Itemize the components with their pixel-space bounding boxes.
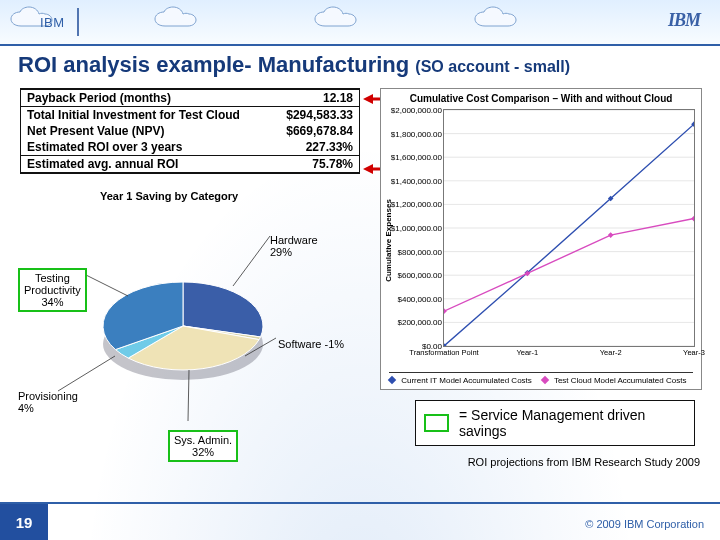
ytick: $400,000.00 — [398, 294, 445, 303]
pie-label-sysadmin: Sys. Admin. 32% — [168, 430, 238, 462]
xtick: Year-1 — [516, 346, 538, 357]
svg-rect-25 — [444, 308, 447, 314]
cloud-icon — [150, 6, 210, 30]
legend-swatch — [388, 376, 396, 384]
svg-rect-28 — [691, 216, 694, 222]
title-main: ROI analysis example- Manufacturing — [18, 52, 409, 77]
metrics-value: 12.18 — [323, 91, 353, 105]
metrics-label: Payback Period (months) — [27, 91, 171, 105]
metrics-row: Net Present Value (NPV)$669,678.84 — [21, 123, 359, 139]
brand-text: IBM — [40, 15, 65, 30]
slide: { "brand": {"text":"IBM","logo":"IBM"}, … — [0, 0, 720, 540]
svg-marker-1 — [363, 94, 373, 104]
metrics-value: 75.78% — [312, 157, 353, 171]
metrics-value: 227.33% — [306, 140, 353, 154]
metrics-row: Estimated avg. annual ROI75.78% — [21, 155, 359, 173]
ytick: $1,600,000.00 — [391, 153, 444, 162]
metrics-label: Estimated avg. annual ROI — [27, 157, 178, 171]
header-divider — [0, 44, 720, 46]
page-number: 19 — [0, 504, 48, 540]
cloud-icon — [470, 6, 530, 30]
slide-title: ROI analysis example- Manufacturing (SO … — [18, 52, 570, 78]
legend-item: Test Cloud Model Accumulated Costs — [542, 376, 687, 385]
legend-swatch — [541, 376, 549, 384]
copyright: © 2009 IBM Corporation — [585, 518, 704, 530]
metrics-label: Estimated ROI over 3 years — [27, 140, 182, 154]
svg-line-9 — [80, 272, 128, 296]
ytick: $800,000.00 — [398, 247, 445, 256]
ytick: $200,000.00 — [398, 318, 445, 327]
pie-label-software: Software -1% — [278, 338, 344, 350]
metrics-table: Payback Period (months)12.18Total Initia… — [20, 88, 360, 174]
metrics-label: Total Initial Investment for Test Cloud — [27, 108, 240, 122]
line-chart-title: Cumulative Cost Comparison – With and wi… — [381, 93, 701, 104]
ytick: $1,400,000.00 — [391, 176, 444, 185]
metrics-label: Net Present Value (NPV) — [27, 124, 164, 138]
service-mgmt-callout: = Service Management driven savings — [415, 400, 695, 446]
svg-line-8 — [58, 356, 115, 391]
xtick: Year-2 — [600, 346, 622, 357]
legend-item: Current IT Model Accumulated Costs — [389, 376, 532, 385]
xtick: Year-3 — [683, 346, 705, 357]
ytick: $1,200,000.00 — [391, 200, 444, 209]
ytick: $1,000,000.00 — [391, 224, 444, 233]
ibm-logo: IBM — [668, 10, 700, 31]
metrics-value: $294,583.33 — [286, 108, 353, 122]
title-sub: (SO account - small) — [415, 58, 570, 75]
footer-divider — [0, 502, 720, 504]
ytick: $2,000,000.00 — [391, 106, 444, 115]
callout-text: = Service Management driven savings — [459, 407, 686, 439]
xtick: Transformation Point — [409, 346, 478, 357]
svg-rect-27 — [608, 232, 614, 238]
green-square-icon — [424, 414, 449, 432]
line-chart: Cumulative Cost Comparison – With and wi… — [380, 88, 702, 390]
metrics-row: Total Initial Investment for Test Cloud$… — [21, 107, 359, 123]
line-chart-plot: $0.00$200,000.00$400,000.00$600,000.00$8… — [443, 109, 695, 347]
brand-separator — [77, 8, 79, 36]
metrics-row: Estimated ROI over 3 years227.33% — [21, 139, 359, 155]
pie-label-testing: Testing Productivity 34% — [18, 268, 87, 312]
pie-label-provisioning: Provisioning 4% — [18, 390, 78, 414]
pie-label-hardware: Hardware 29% — [270, 234, 318, 258]
svg-marker-3 — [363, 164, 373, 174]
pie-title: Year 1 Saving by Category — [100, 190, 238, 202]
metrics-value: $669,678.84 — [286, 124, 353, 138]
ytick: $600,000.00 — [398, 271, 445, 280]
metrics-row: Payback Period (months)12.18 — [21, 89, 359, 107]
source-note: ROI projections from IBM Research Study … — [380, 456, 700, 468]
line-chart-legend: Current IT Model Accumulated Costs Test … — [389, 372, 693, 385]
cloud-icon — [310, 6, 370, 30]
svg-line-5 — [233, 236, 270, 286]
ytick: $1,800,000.00 — [391, 129, 444, 138]
